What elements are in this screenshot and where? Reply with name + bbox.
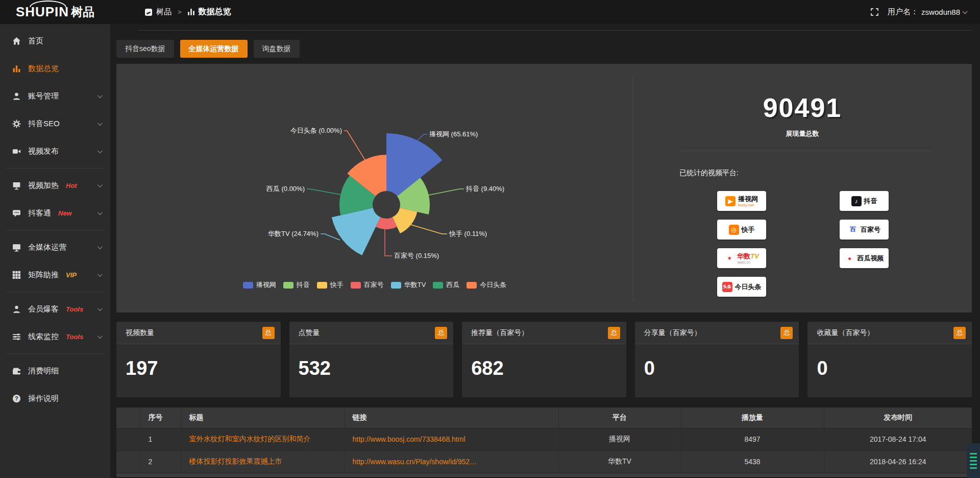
col-header-2: 链接 <box>344 408 558 428</box>
sidebar-item-media[interactable]: 全媒体运营 <box>0 233 110 261</box>
sidebar-item-home[interactable]: 首页 <box>0 27 110 55</box>
gear-icon <box>12 119 21 128</box>
legend-label: 抖音 <box>297 280 310 290</box>
row-title-link[interactable]: 室外水纹灯和室内水纹灯的区别和简介 <box>181 428 344 450</box>
sidebar-item-label: 首页 <box>28 36 43 46</box>
heat-icon <box>12 181 21 190</box>
pie-label-line-3 <box>385 227 392 256</box>
grid-icon <box>12 271 21 279</box>
logo-arc-decoration <box>30 1 66 7</box>
stat-card-value: 0 <box>807 344 972 379</box>
sidebar-item-wallet[interactable]: 消费明细 <box>0 357 110 385</box>
row-title-link[interactable]: 楼体投影灯投影效果震撼上市 <box>181 450 344 473</box>
sidebar-divider <box>6 230 104 230</box>
platform-sub: wasu.cn <box>737 260 759 264</box>
chevron-down-icon <box>97 306 103 311</box>
legend-item-4[interactable]: 华数TV <box>391 280 426 290</box>
sidebar-item-video[interactable]: 视频发布 <box>0 137 110 165</box>
content-divider <box>138 30 972 31</box>
videos-table: 序号标题链接平台播放量发布时间 1室外水纹灯和室内水纹灯的区别和简介http:/… <box>116 408 972 477</box>
legend-item-3[interactable]: 百家号 <box>351 280 384 290</box>
sidebar-item-help[interactable]: ?操作说明 <box>0 385 110 412</box>
pie-label-3: 百家号 (0.15%) <box>394 252 439 259</box>
fullscreen-icon[interactable] <box>871 8 878 16</box>
legend-swatch <box>467 282 477 289</box>
summary-divider <box>679 151 931 151</box>
username-label: 用户名： <box>888 7 918 17</box>
tab-2[interactable]: 询盘数据 <box>254 40 300 58</box>
stat-card-3: 分享量（百家号）总0 <box>635 322 799 397</box>
platform-name: 百家号 <box>861 226 880 233</box>
sidebar-item-chat[interactable]: 抖客通New <box>0 199 110 227</box>
stat-card-label: 收藏量（百家号） <box>817 328 874 338</box>
pie-label-line-0 <box>418 134 427 140</box>
sidebar-item-leads[interactable]: 线索监控Tools <box>0 323 110 350</box>
platform-name: 快手 <box>742 226 755 233</box>
sidebar-item-user[interactable]: 账号管理 <box>0 82 110 110</box>
col-header-0: 序号 <box>140 408 181 428</box>
user-menu[interactable]: 用户名： zswodun88 <box>888 7 967 17</box>
impressions-total-value: 90491 <box>633 92 972 123</box>
sidebar-item-label: 视频发布 <box>28 147 59 156</box>
pie-label-5: 西瓜 (0.00%) <box>266 185 305 193</box>
legend-item-1[interactable]: 抖音 <box>283 280 310 290</box>
sidebar-item-label: 数据总览 <box>28 64 59 74</box>
sidebar-divider <box>6 168 104 169</box>
sidebar-item-label: 操作说明 <box>28 394 59 403</box>
total-badge: 总 <box>262 327 275 339</box>
tab-0[interactable]: 抖音seo数据 <box>116 40 174 58</box>
table-row-clipped <box>116 473 972 477</box>
sidebar-item-member[interactable]: 会员爆客Tools <box>0 295 110 323</box>
platform-name: 今日头条 <box>735 283 762 290</box>
stat-card-value: 532 <box>289 344 454 379</box>
total-badge: 总 <box>780 327 793 339</box>
row-select-cell <box>116 428 140 450</box>
stat-card-label: 分享量（百家号） <box>644 328 701 338</box>
overview-chart-panel: 播视网 (65.61%)抖音 (9.40%)快手 (0.11%)百家号 (0.1… <box>116 64 972 313</box>
row-url-link[interactable]: http://www.wasu.cn/Play/show/id/952… <box>344 450 558 473</box>
sidebar-item-gear[interactable]: 抖音SEO <box>0 110 110 137</box>
platform-logo-icon: ◎ <box>729 225 739 235</box>
stat-card-value: 682 <box>462 344 626 379</box>
member-icon <box>12 305 21 314</box>
legend-item-5[interactable]: 西瓜 <box>433 280 459 290</box>
sidebar-item-badge: Hot <box>66 182 77 189</box>
legend-item-0[interactable]: 播视网 <box>243 280 276 290</box>
col-header-1: 标题 <box>181 408 344 428</box>
sidebar-item-badge: Tools <box>66 305 83 313</box>
stat-card-header: 分享量（百家号）总 <box>635 322 799 344</box>
wallet-icon <box>12 367 21 375</box>
platform-badge-0: ▶播视网boosj.com <box>717 191 766 211</box>
row-select-cell <box>116 450 140 473</box>
chevron-down-icon <box>97 182 103 187</box>
pie-label-6: 今日头条 (0.00%) <box>290 127 342 134</box>
legend-item-2[interactable]: 快手 <box>317 280 344 290</box>
legend-swatch <box>283 282 293 289</box>
pie-slice-2[interactable] <box>393 208 418 233</box>
app-logo[interactable]: SHUPIN 树品 <box>0 0 110 24</box>
sidebar-item-badge: New <box>58 209 72 217</box>
service-widget[interactable] <box>967 443 980 478</box>
sidebar-item-label: 抖客通 <box>28 208 51 218</box>
legend-item-6[interactable]: 今日头条 <box>467 280 506 290</box>
sidebar-item-grid[interactable]: 矩阵助推VIP <box>0 261 110 289</box>
video-icon <box>12 147 21 156</box>
sidebar-item-chart[interactable]: 数据总览 <box>0 55 110 82</box>
tab-1[interactable]: 全媒体运营数据 <box>180 40 248 58</box>
platform-logo-icon: 头条 <box>722 282 732 292</box>
legend-swatch <box>351 282 361 289</box>
breadcrumb-root[interactable]: 树品 <box>156 7 172 17</box>
sidebar-item-heat[interactable]: 视频加热Hot <box>0 172 110 199</box>
summary-section: 90491 展现量总数 已统计的视频平台: ▶播视网boosj.com♪抖音◎快… <box>633 64 972 313</box>
platform-sub: boosj.com <box>738 203 758 207</box>
pie-slice-4[interactable] <box>332 208 381 255</box>
stat-card-0: 视频数量总197 <box>116 322 281 397</box>
platforms-title: 已统计的视频平台: <box>679 169 972 178</box>
leads-icon <box>12 332 21 341</box>
sidebar-nav: 首页数据总览账号管理抖音SEO视频发布视频加热Hot抖客通New全媒体运营矩阵助… <box>0 24 110 478</box>
chevron-down-icon <box>97 93 103 98</box>
row-url-link[interactable]: http://www.boosj.com/7338468.html <box>344 428 558 450</box>
chevron-down-icon <box>97 148 103 153</box>
platform-badges-grid: ▶播视网boosj.com♪抖音◎快手百百家号✶华数TVwasu.cn●西瓜视频… <box>717 191 972 297</box>
pie-label-line-5 <box>307 189 340 195</box>
